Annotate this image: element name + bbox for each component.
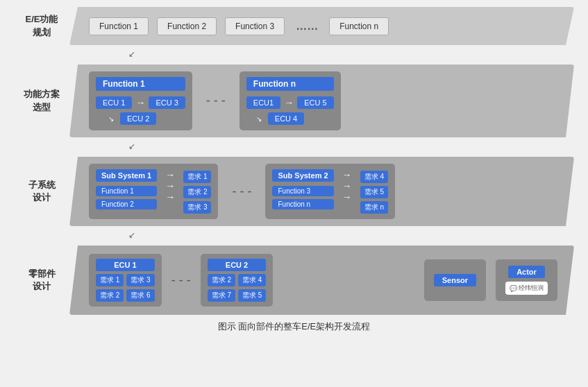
ecu-row-1: ECU 1 → ECU 3 [96,96,185,109]
req5: 需求 5 [360,186,388,198]
subsystem1-group: Sub System 1 Function 1 Function 2 →→→ 需… [89,164,218,219]
dashed-arrow-row3: - - - [232,184,251,199]
row-component-design: 零部件设计 ECU 1 需求 1 需求 3 需求 2 需求 6 - - - EC… [14,246,574,315]
ecu2-req5: 需求 5 [238,289,266,302]
row4-label: 零部件设计 [14,268,69,293]
curve-arrow-3: ↙ [14,230,574,241]
subsystem1-left: Sub System 1 Function 1 Function 2 [96,169,157,209]
row1-band: Function 1 Function 2 Function 3 …… Func… [69,7,574,45]
row4-band: ECU 1 需求 1 需求 3 需求 2 需求 6 - - - ECU 2 需求… [69,246,574,315]
arrow-ecu1-ecu3: → [135,97,145,108]
ecu2-req7: 需求 7 [208,289,235,302]
dashed-arrow-row2: - - - [206,94,226,108]
actor-group: Actor 💬 经纬恒润 [496,259,557,301]
wechat-badge: 💬 经纬恒润 [505,282,548,295]
func-box-3: Function 3 [225,17,285,35]
req2: 需求 2 [183,186,211,198]
row2-band: Function 1 ECU 1 → ECU 3 ↘ ECU 2 - - - F… [69,64,574,137]
ecu1-req1: 需求 1 [96,274,124,286]
ecu2-component-group: ECU 2 需求 2 需求 4 需求 7 需求 5 [201,254,274,307]
ecu-row-3: ECU1 → ECU 5 [246,96,334,109]
actor-title: Actor [508,266,545,278]
req1: 需求 1 [183,171,211,183]
row1-label: E/E功能 规划 [14,13,69,38]
subsystem1-title: Sub System 1 [96,169,157,182]
ecu1b-box: ECU1 [246,96,280,109]
ecu1-req2: 需求 2 [96,289,124,302]
subsystem2-left: Sub System 2 Function 3 Function n [272,169,333,209]
wechat-icon: 💬 [510,285,517,292]
ecu-row-4: ↘ ECU 4 [246,112,334,125]
ecu2-req2: 需求 2 [208,274,235,286]
row2-label: 功能方案选型 [14,88,69,113]
ss1-func2: Function 2 [96,199,157,209]
ecu2-req-grid: 需求 2 需求 4 需求 7 需求 5 [208,274,267,302]
dashed-arrow-row4: - - - [171,273,191,288]
func-box-n: Function n [329,17,389,35]
ecu-row-2: ↘ ECU 2 [96,112,185,125]
ecu5-box: ECU 5 [297,96,333,109]
wechat-text: 经纬恒润 [519,284,544,293]
ecu1-req6: 需求 6 [126,289,154,302]
ecu1-req3: 需求 3 [126,274,154,286]
functionn-group: Function n ECU1 → ECU 5 ↘ ECU 4 [240,71,341,130]
ss2-func3: Function 3 [272,186,333,196]
arrow-ecu1b-ecu5: → [284,97,294,108]
function1-title: Function 1 [96,77,185,91]
row-subsystem-design: 子系统设计 Sub System 1 Function 1 Function 2… [14,157,574,226]
ecu4-box: ECU 4 [268,112,304,125]
ecu2-box: ECU 2 [120,112,156,125]
subsystem2-group: Sub System 2 Function 3 Function n →→→ 需… [265,164,394,219]
ecu2-component-title: ECU 2 [208,259,267,271]
ss2-funcn: Function n [272,199,333,209]
ss1-func1: Function 1 [96,186,157,196]
row3-band: Sub System 1 Function 1 Function 2 →→→ 需… [69,157,574,226]
req4: 需求 4 [360,171,388,183]
functionn-title: Function n [246,77,334,91]
subsystem2-reqs: 需求 4 需求 5 需求 n [360,171,388,214]
ecu1-box: ECU 1 [96,96,132,109]
ecu2-req4: 需求 4 [238,274,266,286]
row3-label: 子系统设计 [14,179,69,204]
ecu1-component-group: ECU 1 需求 1 需求 3 需求 2 需求 6 [89,254,162,307]
dots-separator: …… [293,20,321,33]
subsystem1-reqs: 需求 1 需求 2 需求 3 [183,171,211,214]
function1-group: Function 1 ECU 1 → ECU 3 ↘ ECU 2 [89,71,192,130]
row-ee-planning: E/E功能 规划 Function 1 Function 2 Function … [14,7,574,45]
func-box-2: Function 2 [157,17,217,35]
sensor-title: Sensor [434,274,476,286]
curve-arrow-2: ↙ [14,141,574,153]
row-function-selection: 功能方案选型 Function 1 ECU 1 → ECU 3 ↘ ECU 2 … [14,64,574,137]
req3: 需求 3 [183,201,211,214]
diagram-container: E/E功能 规划 Function 1 Function 2 Function … [14,7,574,315]
sensor-group: Sensor [424,259,486,301]
ecu1-component-title: ECU 1 [96,259,155,271]
ecu3-box: ECU 3 [149,96,185,109]
reqn: 需求 n [360,201,388,214]
ecu1-req-grid: 需求 1 需求 3 需求 2 需求 6 [96,274,155,302]
diagram-caption: 图示 面向部件的整车E/E架构开发流程 [218,320,371,333]
curve-arrow-1: ↙ [14,49,574,60]
subsystem2-title: Sub System 2 [272,169,333,182]
func-box-1: Function 1 [89,17,149,35]
